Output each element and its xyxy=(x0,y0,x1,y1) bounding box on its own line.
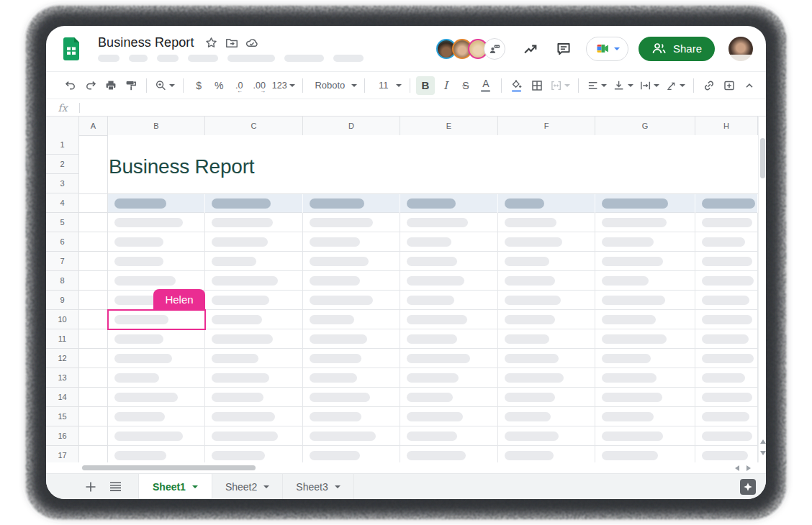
cell[interactable] xyxy=(498,446,595,462)
row-header[interactable]: 14 xyxy=(46,388,79,407)
cell[interactable] xyxy=(108,426,205,446)
row-header[interactable]: 17 xyxy=(46,446,79,462)
cell[interactable] xyxy=(400,194,498,213)
cell[interactable] xyxy=(695,349,758,368)
cell[interactable] xyxy=(695,368,758,388)
cell[interactable] xyxy=(79,388,107,407)
menu-item-pill[interactable] xyxy=(98,55,119,62)
cell[interactable] xyxy=(695,213,758,232)
cell[interactable] xyxy=(400,426,498,446)
row-header[interactable]: 8 xyxy=(46,271,79,291)
column-header[interactable]: C xyxy=(205,117,303,136)
number-format-button[interactable]: 123 xyxy=(270,76,297,95)
star-icon[interactable] xyxy=(204,36,219,50)
text-color-button[interactable]: A xyxy=(477,76,495,95)
cloud-saved-icon[interactable] xyxy=(245,36,259,50)
undo-button[interactable] xyxy=(61,76,80,95)
cell[interactable] xyxy=(303,291,400,310)
cell[interactable] xyxy=(205,407,303,426)
cell[interactable] xyxy=(79,426,107,446)
cell[interactable] xyxy=(108,388,205,407)
column-header[interactable]: B xyxy=(108,117,205,136)
merge-cells-button[interactable] xyxy=(548,76,572,95)
fill-color-button[interactable] xyxy=(508,76,526,95)
cell[interactable] xyxy=(695,232,758,252)
cell[interactable] xyxy=(205,194,303,213)
explore-button[interactable] xyxy=(740,479,756,495)
cell[interactable] xyxy=(498,194,595,213)
cell[interactable] xyxy=(205,329,303,349)
trend-icon[interactable] xyxy=(523,41,538,57)
meet-button[interactable] xyxy=(586,37,628,61)
cell[interactable] xyxy=(595,232,695,252)
cell[interactable] xyxy=(595,194,695,213)
cell[interactable] xyxy=(400,232,498,252)
cell[interactable] xyxy=(205,310,303,329)
column-a-strip[interactable] xyxy=(79,135,108,462)
increase-decimal-button[interactable]: .00→ xyxy=(250,76,269,95)
column-header[interactable]: H xyxy=(695,117,758,136)
user-avatar[interactable] xyxy=(728,37,753,61)
cell[interactable] xyxy=(695,271,758,291)
cell[interactable] xyxy=(695,252,758,271)
print-button[interactable] xyxy=(102,76,120,95)
text-wrap-button[interactable] xyxy=(637,76,662,95)
cell[interactable] xyxy=(303,426,400,446)
cell[interactable] xyxy=(108,407,205,426)
cell[interactable] xyxy=(595,252,695,271)
cell[interactable] xyxy=(498,291,595,310)
vertical-scrollbar[interactable] xyxy=(758,116,766,462)
cell[interactable] xyxy=(79,368,107,388)
present-icon[interactable] xyxy=(484,38,505,60)
sheet-tab-caret-icon[interactable] xyxy=(335,485,340,488)
cell[interactable] xyxy=(205,291,303,310)
table-header-row[interactable] xyxy=(108,193,758,213)
cell[interactable] xyxy=(595,407,695,426)
cell[interactable] xyxy=(695,407,758,426)
cell[interactable] xyxy=(595,329,695,349)
cell[interactable] xyxy=(79,349,107,368)
cell[interactable] xyxy=(108,252,205,271)
cell[interactable] xyxy=(108,368,205,388)
cell[interactable] xyxy=(595,310,695,329)
cell[interactable] xyxy=(400,271,498,291)
cell[interactable] xyxy=(303,446,400,462)
row-header[interactable]: 4 xyxy=(46,193,79,213)
cell[interactable] xyxy=(400,291,498,310)
cell[interactable] xyxy=(595,271,695,291)
cell[interactable] xyxy=(498,329,595,349)
cell[interactable] xyxy=(498,232,595,252)
row-header[interactable]: 13 xyxy=(46,368,79,388)
paint-format-button[interactable] xyxy=(122,76,140,95)
sheets-logo-icon[interactable] xyxy=(61,37,81,61)
add-comment-button[interactable] xyxy=(720,76,739,95)
cell[interactable] xyxy=(595,368,695,388)
share-button[interactable]: Share xyxy=(639,37,715,61)
row-header[interactable]: 12 xyxy=(46,349,79,368)
cell[interactable] xyxy=(79,407,107,426)
select-all-corner[interactable] xyxy=(46,117,79,136)
cell[interactable] xyxy=(498,349,595,368)
row-header[interactable]: 16 xyxy=(46,426,79,446)
cell[interactable] xyxy=(79,252,107,271)
scroll-right-icon[interactable] xyxy=(746,465,751,471)
column-header[interactable]: E xyxy=(400,117,498,136)
row-header[interactable]: 15 xyxy=(46,407,79,426)
sheet-tab-caret-icon[interactable] xyxy=(192,485,198,488)
cell[interactable] xyxy=(303,388,400,407)
column-header[interactable]: A xyxy=(79,117,108,136)
all-sheets-button[interactable] xyxy=(103,474,127,499)
cell[interactable] xyxy=(79,232,107,252)
cell[interactable] xyxy=(498,407,595,426)
cell[interactable] xyxy=(400,446,498,462)
cell[interactable] xyxy=(108,194,205,213)
cell[interactable] xyxy=(79,446,107,462)
cell[interactable] xyxy=(695,388,758,407)
cell[interactable] xyxy=(303,252,400,271)
cell[interactable] xyxy=(79,271,107,291)
row-header[interactable]: 3 xyxy=(46,174,79,193)
scroll-up-icon[interactable] xyxy=(760,439,766,444)
cell[interactable] xyxy=(498,388,595,407)
title-cells[interactable]: Business Report xyxy=(108,135,758,193)
cell[interactable] xyxy=(498,213,595,232)
